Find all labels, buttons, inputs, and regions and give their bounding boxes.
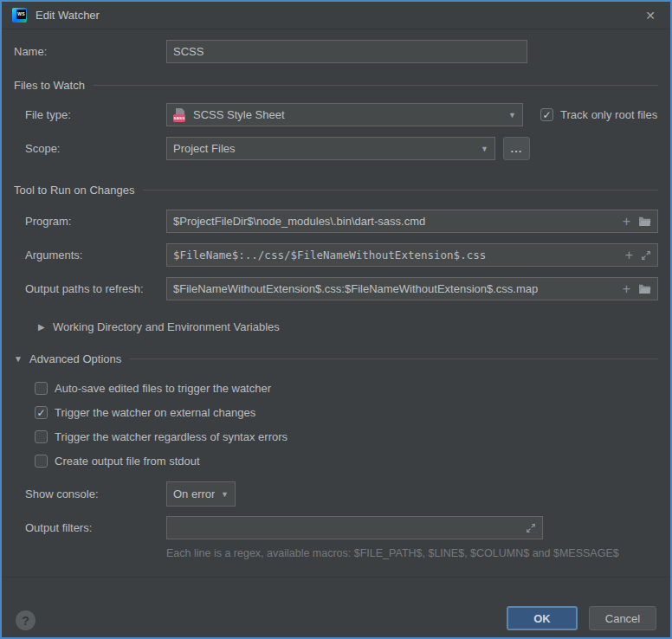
show-console-label: Show console: <box>14 487 166 500</box>
file-type-select[interactable]: sass SCSS Style Sheet ▼ <box>166 103 523 126</box>
autosave-label[interactable]: Auto-save edited files to trigger the wa… <box>55 382 271 395</box>
track-root-files-option[interactable]: ✓ Track only root files <box>540 108 657 121</box>
output-paths-label: Output paths to refresh: <box>14 282 166 295</box>
sass-badge: sass <box>173 114 185 122</box>
output-paths-input[interactable]: $FileNameWithoutExtension$.css:$FileName… <box>166 277 658 300</box>
file-type-label: File type: <box>14 108 166 121</box>
scss-file-icon: sass <box>173 108 187 122</box>
section-divider <box>94 85 658 86</box>
external-changes-label[interactable]: Trigger the watcher on external changes <box>55 406 255 419</box>
edit-watcher-dialog: WS Edit Watcher ✕ Name: Files to Watch F… <box>0 0 672 639</box>
dialog-title: Edit Watcher <box>36 9 100 22</box>
track-root-files-label[interactable]: Track only root files <box>560 108 657 121</box>
webstorm-app-icon: WS <box>12 8 27 23</box>
scope-browse-button[interactable]: ... <box>503 137 530 160</box>
browse-folder-icon[interactable] <box>638 216 651 227</box>
track-root-files-checkbox[interactable]: ✓ <box>540 108 553 121</box>
syntax-errors-checkbox[interactable] <box>35 430 48 443</box>
program-value: $ProjectFileDir$\node_modules\.bin\dart-… <box>173 215 425 228</box>
autosave-option[interactable]: Auto-save edited files to trigger the wa… <box>35 382 658 395</box>
working-directory-toggle[interactable]: ▶ Working Directory and Environment Vari… <box>38 320 658 333</box>
chevron-down-icon: ▼ <box>221 490 229 499</box>
chevron-down-icon: ▼ <box>508 111 516 119</box>
working-directory-toggle-label: Working Directory and Environment Variab… <box>53 320 280 333</box>
section-divider <box>143 190 658 190</box>
section-divider <box>130 358 658 359</box>
help-button[interactable]: ? <box>16 610 36 630</box>
advanced-options-toggle[interactable]: ▼ Advanced Options <box>14 352 658 365</box>
ok-button[interactable]: OK <box>507 606 578 630</box>
output-filters-input[interactable] <box>166 516 543 539</box>
scope-select[interactable]: Project Files ▼ <box>166 137 495 160</box>
stdout-checkbox[interactable] <box>35 455 48 468</box>
insert-macro-icon[interactable]: + <box>625 248 633 262</box>
autosave-checkbox[interactable] <box>35 382 48 395</box>
section-files-to-watch: Files to Watch <box>14 79 658 92</box>
external-changes-option[interactable]: ✓ Trigger the watcher on external change… <box>35 406 658 419</box>
syntax-errors-option[interactable]: Trigger the watcher regardless of syntax… <box>35 430 658 443</box>
webstorm-icon-letters: WS <box>16 10 26 19</box>
section-tool-to-run-title: Tool to Run on Changes <box>14 184 134 197</box>
expand-field-icon[interactable] <box>526 523 536 533</box>
output-filters-label: Output filters: <box>14 521 166 534</box>
file-type-value: SCSS Style Sheet <box>193 108 285 121</box>
name-input[interactable] <box>173 41 520 62</box>
program-input[interactable]: $ProjectFileDir$\node_modules\.bin\dart-… <box>166 210 658 233</box>
section-tool-to-run: Tool to Run on Changes <box>14 184 658 197</box>
chevron-right-icon: ▶ <box>38 322 48 332</box>
advanced-options-title: Advanced Options <box>29 352 121 365</box>
stdout-label[interactable]: Create output file from stdout <box>55 455 200 468</box>
chevron-down-expanded-icon: ▼ <box>14 354 24 364</box>
name-input-wrap <box>166 40 527 63</box>
footer-bar: ? OK Cancel <box>2 577 670 637</box>
chevron-down-icon: ▼ <box>481 145 488 153</box>
syntax-errors-label[interactable]: Trigger the watcher regardless of syntax… <box>55 430 288 443</box>
insert-macro-icon[interactable]: + <box>623 282 630 296</box>
show-console-select[interactable]: On error ▼ <box>166 481 236 507</box>
arguments-input[interactable]: $FileName$:../css/$FileNameWithoutExtens… <box>166 243 658 267</box>
titlebar[interactable]: WS Edit Watcher ✕ <box>2 2 670 29</box>
program-label: Program: <box>14 215 166 228</box>
cancel-button[interactable]: Cancel <box>589 606 656 630</box>
insert-macro-icon[interactable]: + <box>623 215 630 229</box>
stdout-option[interactable]: Create output file from stdout <box>35 455 658 468</box>
external-changes-checkbox[interactable]: ✓ <box>35 406 48 419</box>
arguments-value: $FileName$:../css/$FileNameWithoutExtens… <box>173 248 486 261</box>
name-label: Name: <box>14 45 166 58</box>
browse-folder-icon[interactable] <box>638 283 651 294</box>
show-console-value: On error <box>173 487 215 500</box>
arguments-label: Arguments: <box>14 248 166 261</box>
close-icon[interactable]: ✕ <box>641 9 660 23</box>
expand-field-icon[interactable] <box>641 250 651 261</box>
output-paths-value: $FileNameWithoutExtension$.css:$FileName… <box>173 282 538 295</box>
scope-label: Scope: <box>14 142 166 155</box>
section-files-to-watch-title: Files to Watch <box>14 79 85 92</box>
output-filters-hint: Each line is a regex, available macros: … <box>166 547 658 559</box>
scope-value: Project Files <box>173 142 236 155</box>
